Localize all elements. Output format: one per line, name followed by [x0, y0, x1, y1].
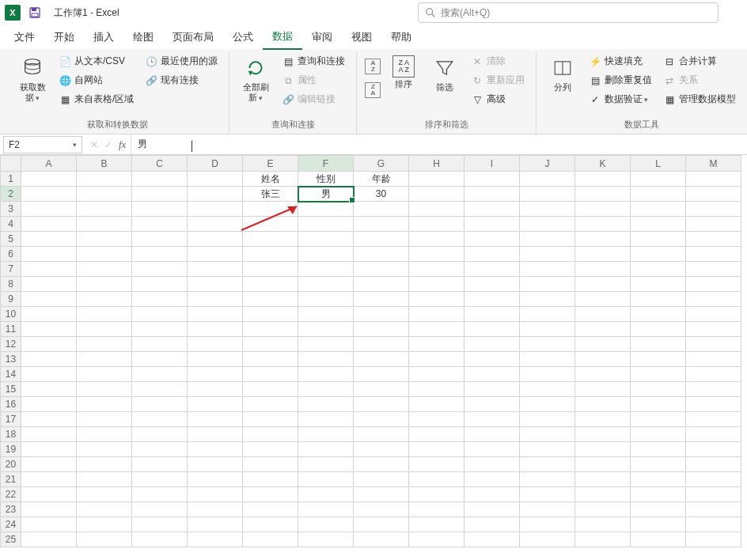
- cell-B24[interactable]: [77, 517, 132, 532]
- cell-G10[interactable]: [354, 307, 409, 322]
- cell-A12[interactable]: [21, 337, 77, 352]
- cell-G9[interactable]: [354, 292, 409, 307]
- cell-I15[interactable]: [465, 382, 520, 397]
- cell-B11[interactable]: [77, 322, 132, 337]
- cell-K17[interactable]: [575, 412, 631, 427]
- cell-H11[interactable]: [409, 322, 465, 337]
- cell-F7[interactable]: [298, 262, 354, 277]
- cell-I25[interactable]: [465, 532, 520, 547]
- cell-E7[interactable]: [243, 262, 298, 277]
- cell-H4[interactable]: [409, 217, 465, 232]
- cell-I5[interactable]: [465, 232, 520, 247]
- cell-M20[interactable]: [686, 457, 741, 472]
- search-input[interactable]: 搜索(Alt+Q): [418, 2, 719, 23]
- cell-C1[interactable]: [132, 172, 188, 187]
- confirm-icon[interactable]: ✓: [104, 139, 112, 150]
- cell-B25[interactable]: [77, 532, 132, 547]
- cell-E8[interactable]: [243, 277, 298, 292]
- tab-layout[interactable]: 页面布局: [163, 25, 223, 49]
- cell-H10[interactable]: [409, 307, 465, 322]
- row-header-22[interactable]: 22: [1, 487, 21, 502]
- cell-K8[interactable]: [575, 277, 631, 292]
- cell-I22[interactable]: [465, 487, 520, 502]
- cell-E6[interactable]: [243, 247, 298, 262]
- cell-L2[interactable]: [631, 187, 686, 202]
- cell-B3[interactable]: [77, 202, 132, 217]
- cell-A15[interactable]: [21, 382, 77, 397]
- cell-B15[interactable]: [77, 382, 132, 397]
- col-header-D[interactable]: D: [188, 156, 243, 172]
- cell-H1[interactable]: [409, 172, 465, 187]
- cell-B23[interactable]: [77, 502, 132, 517]
- cell-M1[interactable]: [686, 172, 741, 187]
- cell-D18[interactable]: [188, 427, 243, 442]
- row-header-14[interactable]: 14: [1, 367, 21, 382]
- row-header-2[interactable]: 2: [1, 187, 21, 202]
- cell-F4[interactable]: [298, 217, 354, 232]
- cell-D21[interactable]: [188, 472, 243, 487]
- save-icon[interactable]: [27, 5, 43, 21]
- cell-G5[interactable]: [354, 232, 409, 247]
- from-table-button[interactable]: ▦来自表格/区域: [54, 90, 138, 108]
- cell-E18[interactable]: [243, 427, 298, 442]
- recent-sources-button[interactable]: 🕓最近使用的源: [140, 52, 222, 70]
- cell-G4[interactable]: [354, 217, 409, 232]
- cell-H6[interactable]: [409, 247, 465, 262]
- cell-D1[interactable]: [188, 172, 243, 187]
- cell-I14[interactable]: [465, 367, 520, 382]
- cell-B20[interactable]: [77, 457, 132, 472]
- cell-G14[interactable]: [354, 367, 409, 382]
- cell-H7[interactable]: [409, 262, 465, 277]
- cell-I6[interactable]: [465, 247, 520, 262]
- cell-J19[interactable]: [520, 442, 575, 457]
- cell-M9[interactable]: [686, 292, 741, 307]
- cell-K24[interactable]: [575, 517, 631, 532]
- cell-H8[interactable]: [409, 277, 465, 292]
- cell-G19[interactable]: [354, 442, 409, 457]
- cell-F14[interactable]: [298, 367, 354, 382]
- cell-M24[interactable]: [686, 517, 741, 532]
- cell-H12[interactable]: [409, 337, 465, 352]
- filter-button[interactable]: 筛选: [425, 52, 465, 96]
- cell-I11[interactable]: [465, 322, 520, 337]
- cell-E21[interactable]: [243, 472, 298, 487]
- cell-D19[interactable]: [188, 442, 243, 457]
- cell-L19[interactable]: [631, 442, 686, 457]
- cell-A25[interactable]: [21, 532, 77, 547]
- cell-L7[interactable]: [631, 262, 686, 277]
- cell-I9[interactable]: [465, 292, 520, 307]
- cell-H25[interactable]: [409, 532, 465, 547]
- cell-F24[interactable]: [298, 517, 354, 532]
- cell-B6[interactable]: [77, 247, 132, 262]
- cell-H9[interactable]: [409, 292, 465, 307]
- cell-M14[interactable]: [686, 367, 741, 382]
- cell-L4[interactable]: [631, 217, 686, 232]
- cell-I16[interactable]: [465, 397, 520, 412]
- cell-E1[interactable]: 姓名: [243, 172, 298, 187]
- cell-C24[interactable]: [132, 517, 188, 532]
- col-header-H[interactable]: H: [409, 156, 465, 172]
- cell-E9[interactable]: [243, 292, 298, 307]
- cell-M8[interactable]: [686, 277, 741, 292]
- cell-G15[interactable]: [354, 382, 409, 397]
- cell-A19[interactable]: [21, 442, 77, 457]
- cell-A13[interactable]: [21, 352, 77, 367]
- cell-A7[interactable]: [21, 262, 77, 277]
- get-data-button[interactable]: 获取数据: [13, 52, 52, 106]
- cell-B18[interactable]: [77, 427, 132, 442]
- cell-H17[interactable]: [409, 412, 465, 427]
- name-box[interactable]: F2: [3, 136, 82, 153]
- cell-B22[interactable]: [77, 487, 132, 502]
- tab-formulas[interactable]: 公式: [223, 25, 263, 49]
- cell-G12[interactable]: [354, 337, 409, 352]
- row-header-21[interactable]: 21: [1, 472, 21, 487]
- cell-A3[interactable]: [21, 202, 77, 217]
- cell-D7[interactable]: [188, 262, 243, 277]
- cell-I19[interactable]: [465, 442, 520, 457]
- cell-J7[interactable]: [520, 262, 575, 277]
- cell-K1[interactable]: [575, 172, 631, 187]
- cell-G24[interactable]: [354, 517, 409, 532]
- cell-F9[interactable]: [298, 292, 354, 307]
- cell-H16[interactable]: [409, 397, 465, 412]
- cell-M19[interactable]: [686, 442, 741, 457]
